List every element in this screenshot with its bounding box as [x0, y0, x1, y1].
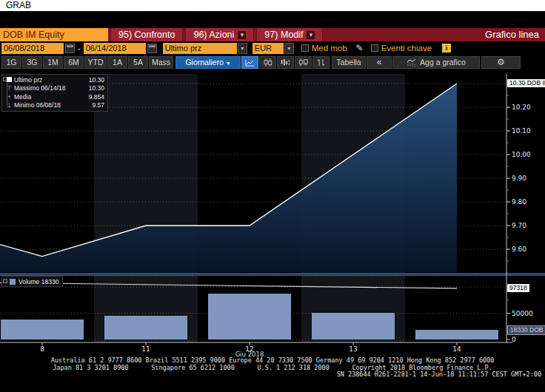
svg-text:8: 8	[40, 345, 44, 353]
chevron-down-icon[interactable]: ▼	[238, 43, 247, 54]
agg-a-grafico-button[interactable]: Agg a grafico	[392, 56, 480, 69]
min-marker-icon: ⊥	[4, 102, 14, 109]
legend-row-minimo[interactable]: ⊥ Minimo 06/08/18 9.57	[4, 101, 106, 110]
svg-text:50000: 50000	[512, 310, 533, 317]
grab-title-bar: GRAB	[0, 0, 545, 11]
volume-legend[interactable]: Volume 18330	[1, 276, 63, 287]
series-swatch	[7, 77, 12, 82]
date-from-input[interactable]: 06/08/2018	[1, 43, 64, 54]
svg-text:Giu 2018: Giu 2018	[235, 351, 264, 357]
chart-settings-row: 06/08/2018 - 06/14/2018 Ultimo prz ▼ EUR…	[0, 41, 545, 55]
date-range-separator: -	[75, 44, 84, 53]
currency-select[interactable]: EUR	[253, 43, 284, 54]
hilo-chart-icon[interactable]	[312, 56, 330, 69]
volume-swatch	[10, 279, 16, 285]
calendar-icon[interactable]	[147, 44, 157, 53]
range-1m-button[interactable]: 1M	[43, 56, 63, 69]
legend-row-massimo[interactable]: ⊤ Massimo 06/14/18 10.30	[4, 84, 106, 93]
grab-label: GRAB	[6, 0, 31, 10]
range-mass-button[interactable]: Mass	[149, 56, 173, 69]
svg-text:0: 0	[512, 336, 516, 343]
eventi-chiave-label: Eventi chiave	[381, 44, 432, 53]
function-ribbon: DOB IM Equity 95) Confronto 96) Azioni▼ …	[0, 28, 545, 41]
page-title: Grafico linea	[485, 28, 545, 41]
range-ytd-button[interactable]: YTD	[84, 56, 107, 69]
med-mob-checkbox[interactable]	[301, 44, 309, 52]
bar-chart-icon[interactable]	[277, 56, 294, 69]
legend-collapse-toggle[interactable]	[3, 279, 7, 283]
confronto-button[interactable]: 95) Confronto	[110, 28, 183, 41]
footer-session-line: SN 238644 H261-2281-1 14-Jun-18 11:11:57…	[0, 371, 545, 379]
terminal-footer: Australia 61 2 9777 8600 Brazil 5511 239…	[0, 357, 545, 379]
avg-marker-icon: +	[4, 93, 14, 100]
chart-toolbar: 1G 3G 1M 6M YTD 1A 5A Mass Giornaliero ▼…	[0, 55, 545, 70]
volume-avg-badge: 97318	[507, 284, 529, 292]
collapse-panel-button[interactable]: «	[367, 56, 392, 69]
chevron-down-icon[interactable]: ▼	[307, 31, 315, 39]
pencil-icon[interactable]: ✎	[356, 43, 364, 53]
tabella-button[interactable]: Tabella	[332, 56, 366, 69]
chevron-down-icon[interactable]: ▼	[284, 43, 294, 54]
price-volume-chart[interactable]: 9.609.709.809.9010.0010.1010.20500000811…	[0, 71, 545, 356]
svg-text:9.90: 9.90	[512, 175, 526, 182]
date-to-input[interactable]: 06/14/2018	[84, 43, 146, 54]
calendar-icon[interactable]	[65, 44, 75, 53]
security-field[interactable]: DOB IM Equity	[0, 28, 108, 41]
svg-text:11: 11	[141, 345, 150, 353]
svg-text:10.00: 10.00	[512, 151, 531, 158]
range-5a-button[interactable]: 5A	[128, 56, 148, 69]
svg-text:10.20: 10.20	[512, 104, 531, 111]
azioni-button[interactable]: 96) Azioni▼	[185, 28, 254, 41]
range-1a-button[interactable]: 1A	[107, 56, 127, 69]
info-icon[interactable]: i	[442, 44, 451, 53]
chart-area[interactable]: 9.609.709.809.9010.0010.1010.20500000811…	[0, 71, 545, 356]
period-dropdown[interactable]: Giornaliero ▼	[175, 56, 241, 69]
line-chart-icon[interactable]	[241, 56, 258, 69]
range-6m-button[interactable]: 6M	[64, 56, 84, 69]
modif-button[interactable]: 97) Modif▼	[256, 28, 323, 41]
chevron-down-icon: ▼	[226, 61, 231, 66]
svg-text:9.80: 9.80	[512, 198, 526, 206]
candle-volume-chart-icon[interactable]	[295, 56, 312, 69]
svg-text:10.10: 10.10	[512, 127, 531, 135]
price-field-select[interactable]: Ultimo prz	[163, 43, 237, 54]
range-1g-button[interactable]: 1G	[1, 56, 21, 69]
svg-text:14: 14	[452, 345, 461, 353]
chevron-down-icon[interactable]: ▼	[238, 31, 246, 39]
last-volume-badge: 18330 DOB IM	[507, 325, 545, 335]
candlestick-chart-icon[interactable]	[259, 56, 276, 69]
price-legend[interactable]: Ultimo prz 10.30 ⊤ Massimo 06/14/18 10.3…	[1, 74, 108, 112]
mini-chart-icon	[407, 59, 416, 67]
svg-text:13: 13	[349, 345, 357, 353]
med-mob-label: Med mob	[312, 44, 347, 53]
eventi-chiave-checkbox[interactable]	[371, 44, 378, 52]
svg-text:9.70: 9.70	[512, 222, 526, 229]
last-price-badge: 10.30 DOB IM	[507, 79, 545, 87]
gear-icon[interactable]: ⚙	[481, 56, 521, 69]
legend-row-ultimo[interactable]: Ultimo prz 10.30	[4, 75, 106, 84]
max-marker-icon: ⊤	[4, 85, 14, 92]
svg-text:9.60: 9.60	[512, 246, 526, 253]
range-3g-button[interactable]: 3G	[22, 56, 42, 69]
legend-row-media[interactable]: + Media 9.854	[4, 92, 106, 101]
